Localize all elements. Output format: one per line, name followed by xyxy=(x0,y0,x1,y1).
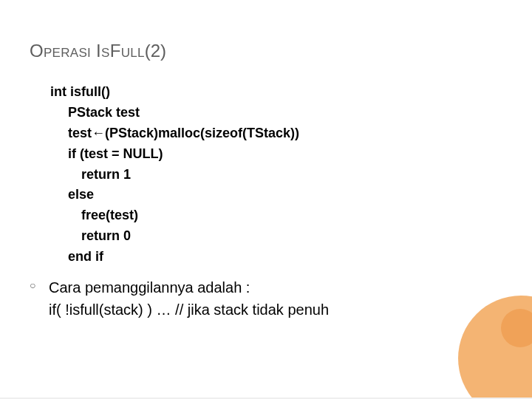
code-line: PStack test xyxy=(50,103,502,123)
bullet-text: Cara pemanggilannya adalah : xyxy=(49,276,250,299)
code-block: int isfull() PStack test test←(PStack)ma… xyxy=(50,82,502,267)
code-line: return 1 xyxy=(50,165,502,185)
code-text: (PStack)malloc(sizeof(TStack)) xyxy=(105,126,299,140)
left-arrow-icon: ← xyxy=(92,126,105,140)
code-line: free(test) xyxy=(50,205,502,226)
code-line: return 0 xyxy=(50,226,502,247)
code-line: if (test = NULL) xyxy=(50,144,502,165)
code-line: end if xyxy=(50,247,502,267)
title-suffix: (2) xyxy=(145,41,166,61)
bullet-icon: ○ xyxy=(30,276,49,291)
code-text: test xyxy=(68,126,92,140)
bullet-text-cont: if( !isfull(stack) ) … // jika stack tid… xyxy=(49,299,502,321)
code-line: int isfull() xyxy=(50,84,110,99)
slide-title: Operasi IsFull(2) xyxy=(30,41,502,61)
title-main: Operasi IsFull xyxy=(30,41,145,61)
code-line: else xyxy=(50,185,502,205)
code-line: test←(PStack)malloc(sizeof(TStack)) xyxy=(50,123,502,144)
slide: Operasi IsFull(2) int isfull() PStack te… xyxy=(0,0,532,399)
bullet-item: ○ Cara pemanggilannya adalah : xyxy=(30,276,502,299)
